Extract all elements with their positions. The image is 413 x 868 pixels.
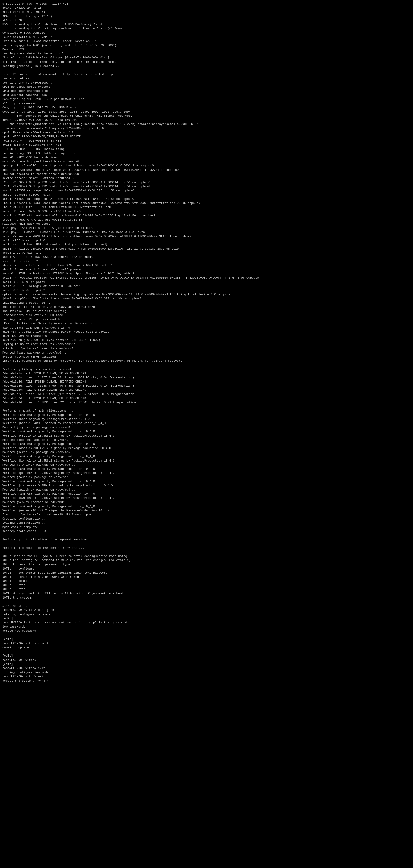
terminal-output: U-Boot 1.1.6 (Feb 6 2008 - 11:27:42) Boa…	[2, 2, 411, 683]
